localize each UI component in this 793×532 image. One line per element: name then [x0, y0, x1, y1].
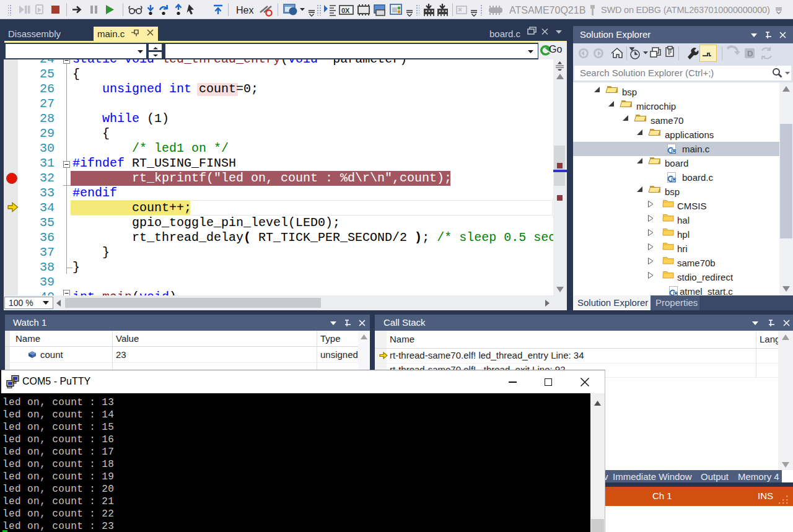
svg-text:SWD on EDBG (ATML2637010000000: SWD on EDBG (ATML2637010000000000)	[601, 5, 770, 15]
svg-text:0X: 0X	[341, 7, 350, 14]
svg-text:ATSAME70Q21B: ATSAME70Q21B	[509, 5, 585, 15]
svg-text:D: D	[747, 49, 753, 58]
svg-text:Hex: Hex	[236, 5, 253, 15]
